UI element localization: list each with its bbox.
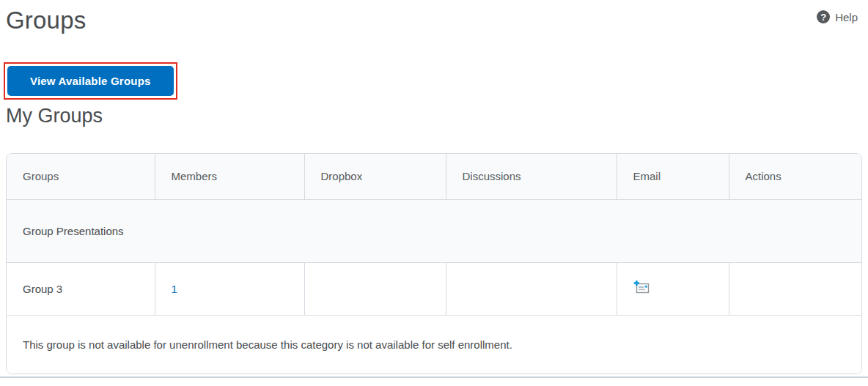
column-header-groups: Groups (7, 154, 155, 199)
my-groups-heading: My Groups (6, 104, 862, 128)
groups-page: Groups ? Help View Available Groups My G… (0, 0, 868, 374)
view-available-groups-button[interactable]: View Available Groups (7, 66, 174, 96)
unenrollment-note: This group is not available for unenroll… (7, 315, 862, 374)
email-compose-icon (633, 281, 650, 294)
dropbox-cell (304, 262, 446, 315)
table-header-row: Groups Members Dropbox Discussions Email… (7, 154, 862, 199)
category-row: Group Presentations (7, 199, 862, 262)
actions-cell (729, 262, 862, 315)
column-header-email: Email (617, 154, 729, 199)
annotation-red-box: View Available Groups (4, 62, 177, 100)
page-header: Groups ? Help (6, 0, 862, 35)
note-row: This group is not available for unenroll… (7, 315, 862, 374)
column-header-members: Members (155, 154, 304, 199)
bottom-divider (0, 376, 868, 378)
column-header-actions: Actions (729, 154, 862, 199)
group-name-cell: Group 3 (7, 262, 155, 315)
help-label: Help (835, 11, 858, 23)
group-row: Group 3 1 (7, 262, 862, 315)
email-cell (617, 262, 729, 315)
column-header-discussions: Discussions (446, 154, 617, 199)
my-groups-table: Groups Members Dropbox Discussions Email… (6, 153, 862, 374)
members-count-link[interactable]: 1 (172, 283, 177, 295)
email-group-button[interactable] (633, 281, 650, 294)
help-question-circle-icon: ? (817, 10, 830, 23)
discussions-cell (446, 262, 617, 315)
page-title: Groups (6, 6, 86, 35)
help-link[interactable]: ? Help (817, 10, 858, 23)
category-label: Group Presentations (7, 199, 862, 262)
members-count-cell: 1 (155, 262, 304, 315)
column-header-dropbox: Dropbox (304, 154, 446, 199)
